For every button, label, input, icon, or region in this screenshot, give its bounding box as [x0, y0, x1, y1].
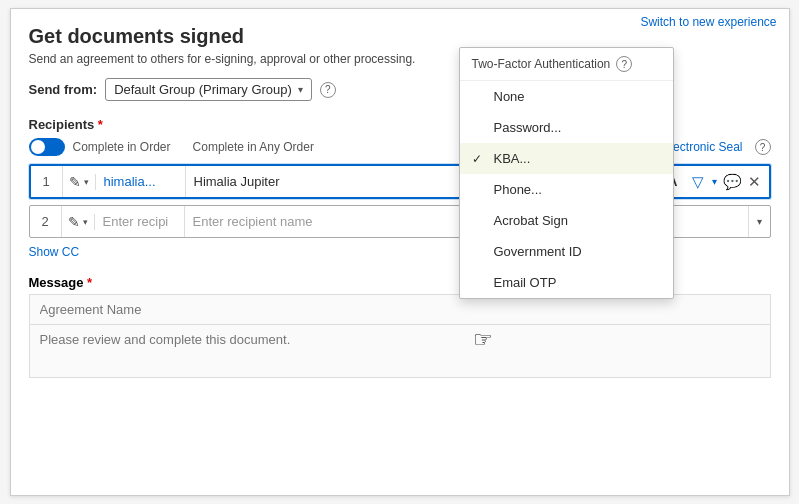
- recipient-row-1-role[interactable]: ✎ ▾: [63, 174, 96, 190]
- role-chevron-1: ▾: [84, 177, 89, 187]
- recipient-row-1-actions: ▽ ▾ 💬 ✕: [684, 173, 769, 191]
- send-from-label: Send from:: [29, 82, 98, 97]
- dropdown-item-phone[interactable]: Phone...: [460, 174, 673, 205]
- auth-dropdown-menu: Two-Factor Authentication ? None Passwor…: [459, 47, 674, 299]
- send-from-arrow-icon: ▾: [298, 84, 303, 95]
- dropdown-item-email-otp[interactable]: Email OTP: [460, 267, 673, 298]
- message-textarea[interactable]: [29, 324, 771, 378]
- close-icon-1[interactable]: ✕: [748, 173, 761, 191]
- filter-icon-1[interactable]: ▽: [692, 173, 704, 191]
- auth-dropdown-chevron[interactable]: ▾: [712, 176, 717, 187]
- toggle-knob: [31, 140, 45, 154]
- recipient-row-1-email[interactable]: himalia...: [96, 166, 186, 197]
- chat-icon-1[interactable]: 💬: [723, 173, 742, 191]
- pen-icon-2: ✎: [68, 214, 80, 230]
- dropdown-header: Two-Factor Authentication ?: [460, 48, 673, 81]
- main-panel: Switch to new experience Get documents s…: [10, 8, 790, 496]
- complete-in-order-label: Complete in Order: [73, 140, 171, 154]
- recipient-row-1-num: 1: [31, 166, 63, 197]
- role-chevron-2: ▾: [83, 217, 88, 227]
- send-from-value: Default Group (Primary Group): [114, 82, 292, 97]
- checkmark-kba: ✓: [472, 152, 486, 166]
- dropdown-help-icon[interactable]: ?: [616, 56, 632, 72]
- show-cc-link[interactable]: Show CC: [29, 245, 80, 259]
- send-from-help-icon[interactable]: ?: [320, 82, 336, 98]
- send-from-select[interactable]: Default Group (Primary Group) ▾: [105, 78, 312, 101]
- complete-in-order-toggle[interactable]: [29, 138, 65, 156]
- dropdown-item-password[interactable]: Password...: [460, 112, 673, 143]
- dropdown-item-acrobat-sign[interactable]: Acrobat Sign: [460, 205, 673, 236]
- dropdown-item-government-id[interactable]: Government ID: [460, 236, 673, 267]
- switch-to-new-experience-link[interactable]: Switch to new experience: [640, 15, 776, 29]
- row2-chevron: ▾: [749, 216, 770, 227]
- pen-icon-1: ✎: [69, 174, 81, 190]
- recipients-help-icon[interactable]: ?: [755, 139, 771, 155]
- dropdown-item-kba[interactable]: ✓ KBA...: [460, 143, 673, 174]
- recipient-row-2-email[interactable]: Enter recipi: [95, 206, 185, 237]
- recipient-row-2-num: 2: [30, 206, 62, 237]
- recipient-row-2-role[interactable]: ✎ ▾: [62, 214, 95, 230]
- complete-any-order-label: Complete in Any Order: [193, 140, 314, 154]
- dropdown-item-none[interactable]: None: [460, 81, 673, 112]
- required-star: *: [94, 117, 103, 132]
